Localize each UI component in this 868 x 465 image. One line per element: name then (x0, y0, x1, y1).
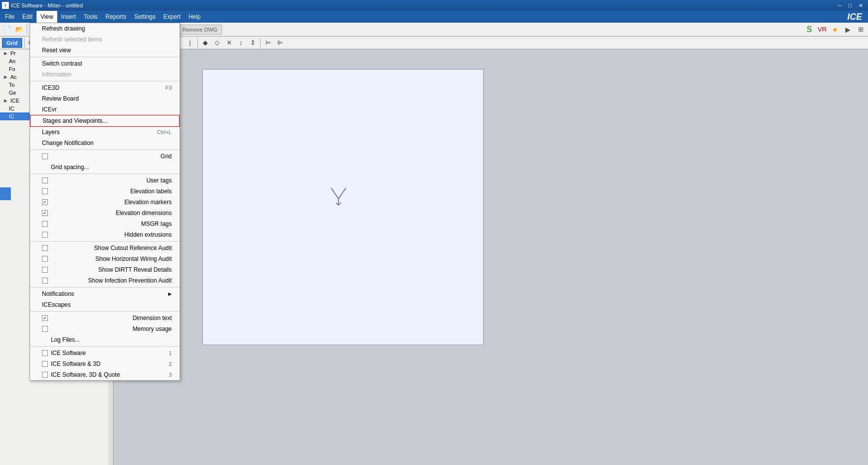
menu-file[interactable]: File (1, 11, 18, 23)
dd-ice-software-3d-quote[interactable]: ICE Software, 3D & Quote 3 (30, 369, 180, 380)
tree-expand-ice: ▶ (4, 98, 9, 103)
dd-ice-software-3d-shortcut: 2 (169, 361, 172, 367)
menu-insert[interactable]: Insert (57, 11, 80, 23)
dd-icevr[interactable]: ICEvr (30, 104, 180, 115)
dd-msgr-tags[interactable]: MSGR tags (30, 218, 180, 229)
triangle-btn[interactable]: ◇ (212, 37, 223, 48)
dd-layers[interactable]: Layers Ctrl+L (30, 127, 180, 138)
menu-edit[interactable]: Edit (18, 11, 37, 23)
ext-btn-1[interactable]: S (804, 24, 815, 35)
dd-icescapes[interactable]: ICEscapes (30, 299, 180, 310)
dd-dimension-text[interactable]: ✓ Dimension text (30, 313, 180, 323)
dd-grid-checkbox (42, 153, 48, 159)
dd-memory-usage[interactable]: Memory usage (30, 323, 180, 334)
ext-btn-5[interactable]: ⊞ (855, 24, 866, 35)
menu-expert[interactable]: Expert (159, 11, 185, 23)
svg-line-0 (331, 188, 339, 199)
tree-label-ice: ICE (10, 98, 19, 104)
dd-switch-contrast[interactable]: Switch contrast (30, 58, 180, 69)
ext-btn-4[interactable]: ▶ (842, 24, 853, 35)
dd-refresh-selected: Refresh selected items (30, 34, 180, 45)
minimize-button[interactable]: ─ (835, 1, 845, 10)
dd-notifications-label: Notifications (42, 290, 74, 297)
dd-ice-software[interactable]: ICE Software 1 (30, 348, 180, 358)
dd-grid-spacing-label: Grid spacing... (42, 164, 89, 171)
dd-review-board[interactable]: Review Board (30, 93, 180, 104)
dd-ice-software-shortcut: 1 (169, 350, 172, 356)
dd-show-dirtt-checkbox (42, 267, 48, 273)
updown2-btn[interactable]: ⇕ (247, 37, 258, 48)
cross-btn[interactable]: ✕ (224, 37, 234, 48)
dd-ice-software-checkbox (42, 350, 48, 356)
dd-ice-software-3d-quote-checkbox (42, 372, 48, 378)
diamond-btn[interactable]: ◆ (200, 37, 211, 48)
dd-memory-usage-label: Memory usage (133, 325, 172, 332)
menu-reports[interactable]: Reports (102, 11, 130, 23)
dd-review-board-label: Review Board (42, 95, 79, 102)
dd-show-infection[interactable]: Show Infection Prevention Audit (30, 275, 180, 286)
open-button[interactable]: 📂 (14, 24, 25, 35)
maximize-button[interactable]: □ (845, 1, 855, 10)
dd-switch-contrast-label: Switch contrast (42, 60, 82, 67)
dd-sep-2 (30, 81, 180, 81)
tree-label-ic1: IC (4, 106, 14, 111)
dd-ice3d-label: ICE3D (42, 84, 59, 91)
updown-btn[interactable]: ↕ (235, 37, 246, 48)
dd-show-cutout[interactable]: Show Cutout Reference Audit (30, 243, 180, 253)
align2-btn[interactable]: ⊫ (274, 37, 285, 48)
menu-help[interactable]: Help (185, 11, 205, 23)
close-button[interactable]: ✕ (856, 1, 866, 10)
tree-label-ic2: IC (4, 113, 14, 119)
tree-label-ge: Ge (4, 90, 16, 96)
dd-icevr-label: ICEvr (42, 106, 57, 113)
dd-user-tags-checkbox (42, 178, 48, 183)
dd-grid-spacing[interactable]: Grid spacing... (30, 162, 180, 173)
dd-elevation-labels[interactable]: Elevation labels (30, 186, 180, 197)
menu-settings[interactable]: Settings (130, 11, 159, 23)
dd-show-horizontal-label: Show Horizontal Wiring Audit (95, 255, 172, 262)
dd-layers-label: Layers (42, 129, 60, 136)
dd-hidden-extrusions[interactable]: Hidden extrusions (30, 229, 180, 240)
dd-elevation-markers[interactable]: ✓ Elevation markers (30, 197, 180, 208)
dd-user-tags[interactable]: User tags (30, 175, 180, 186)
new-button[interactable]: 📄 (2, 24, 13, 35)
dd-log-files[interactable]: Log Files... (30, 334, 180, 345)
dd-show-cutout-label: Show Cutout Reference Audit (94, 245, 172, 251)
dd-refresh-selected-label: Refresh selected items (42, 36, 102, 43)
menu-tools[interactable]: Tools (80, 11, 102, 23)
dd-ice-software-3d[interactable]: ICE Software & 3D 2 (30, 358, 180, 369)
menu-bar: File Edit View Insert Tools Reports Sett… (0, 11, 868, 23)
dd-icescapes-label: ICEscapes (42, 301, 71, 308)
grid-label[interactable]: Grid (2, 38, 22, 48)
dd-reset-view-label: Reset view (42, 47, 71, 54)
dd-show-horizontal[interactable]: Show Horizontal Wiring Audit (30, 253, 180, 264)
remove-dwg-button[interactable]: Remove DWG (178, 25, 222, 35)
menu-view[interactable]: View (37, 11, 57, 23)
ext-btn-2[interactable]: VR (817, 24, 828, 35)
dd-elevation-markers-checkbox: ✓ (42, 199, 48, 205)
tree-label-ac: Ac (10, 74, 17, 80)
dd-elevation-dimensions-checkbox: ✓ (42, 210, 48, 216)
dd-sep-8 (30, 346, 180, 347)
dd-stages-viewpoints[interactable]: Stages and Viewpoints... (30, 115, 180, 127)
dd-reset-view[interactable]: Reset view (30, 45, 180, 56)
canvas-area: 6900.359mm (113, 49, 868, 465)
dd-sep-7 (30, 311, 180, 312)
merge-btn[interactable]: | (185, 37, 195, 48)
align-btn[interactable]: ⊨ (263, 37, 273, 48)
title-bar-controls: ─ □ ✕ (835, 1, 866, 10)
dd-change-notification[interactable]: Change Notification (30, 138, 180, 148)
dd-show-dirtt[interactable]: Show DIRTT Reveal Details (30, 264, 180, 275)
dd-grid[interactable]: Grid (30, 151, 180, 162)
cursor-symbol (326, 183, 351, 208)
dd-show-infection-label: Show Infection Prevention Audit (88, 277, 172, 284)
dd-ice3d[interactable]: ICE3D F3 (30, 82, 180, 93)
dd-user-tags-label: User tags (147, 177, 172, 184)
dd-msgr-tags-checkbox (42, 221, 48, 227)
ext-btn-3[interactable]: ● (830, 24, 840, 35)
dd-refresh-drawing[interactable]: Refresh drawing (30, 23, 180, 34)
title-bar-text: ICE Software - Milan - untitled (11, 2, 83, 8)
dd-ice3d-shortcut: F3 (165, 85, 172, 91)
dd-elevation-dimensions[interactable]: ✓ Elevation dimensions (30, 208, 180, 218)
dd-notifications[interactable]: Notifications ▶ (30, 288, 180, 299)
